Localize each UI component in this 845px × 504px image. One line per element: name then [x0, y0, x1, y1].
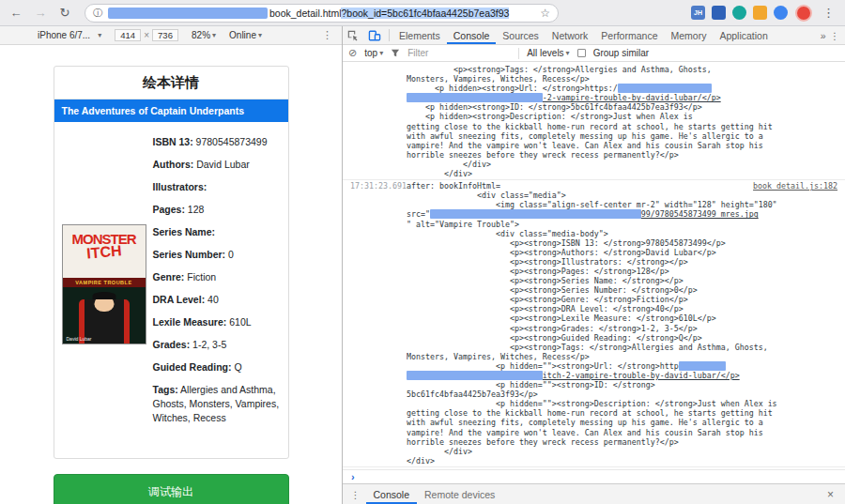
console-line: <p hidden><strong>Url: </strong>https:/: [407, 84, 845, 93]
console-line: <img class="align-self-center mr-2" widt…: [407, 200, 845, 209]
forward-icon[interactable]: →: [32, 6, 49, 20]
console-text: <p hidden><strong>Description: </strong>…: [407, 112, 693, 121]
console-line: vampire! And the vampire won't leave. Ca…: [407, 428, 845, 437]
console-line: <p><strong>Series Name: </strong></p>: [407, 276, 845, 285]
tab-console[interactable]: Console: [447, 26, 497, 44]
group-similar-label: Group similar: [593, 48, 649, 58]
console-text: <p><strong>Guided Reading: </strong>Q</p…: [407, 333, 702, 343]
dimension-separator: ×: [144, 30, 149, 40]
extension-icon[interactable]: [732, 6, 746, 20]
tab-network[interactable]: Network: [545, 26, 595, 44]
tab-elements[interactable]: Elements: [392, 26, 447, 44]
bookmark-star-icon[interactable]: ☆: [540, 7, 550, 20]
inspect-element-icon[interactable]: [343, 30, 363, 41]
console-line: horrible sneezes before they wreck reces…: [407, 150, 845, 160]
log-level-selector[interactable]: All levels ▾: [527, 48, 569, 58]
console-text: with awful sneezing fits, completely mes…: [407, 131, 763, 141]
reload-icon[interactable]: ↻: [56, 6, 73, 20]
console-text: vampire! And the vampire won't leave. Ca…: [407, 428, 763, 437]
extension-icon[interactable]: [712, 6, 726, 20]
console-entry: <p><strong>Tags: </strong>Allergies and …: [343, 64, 845, 180]
console-line: <p hidden=""><strong>Url: </strong>http: [407, 361, 845, 371]
console-text: <p hidden=""><strong>ID: </strong>: [407, 380, 655, 389]
drawer-tab-remote-devices[interactable]: Remote devices: [417, 484, 502, 504]
viewport-height-input[interactable]: [152, 29, 178, 41]
console-line: getting close to the kickball home-run r…: [407, 408, 845, 418]
console-source-link[interactable]: book_detail.js:182: [753, 181, 845, 191]
console-line: itch-2-vampire-trouble-by-david-lubar/</…: [407, 371, 845, 380]
more-tabs-icon[interactable]: »: [821, 30, 826, 41]
console-text: <p><strong>Grades: </strong>1-2, 3-5</p>: [407, 324, 698, 333]
console-link-text: -2-vampire-trouble-by-david-lubar/</p>: [543, 93, 721, 102]
console-text: <p hidden><strong>Url: </strong>https:/: [407, 84, 618, 93]
console-line: <p><strong>Pages: </strong>128</p>: [407, 267, 845, 276]
devtools-menu-icon[interactable]: ⋮: [830, 30, 840, 41]
console-line: with awful sneezing fits, completely mes…: [407, 131, 845, 141]
devtools-drawer: ⋮ ConsoleRemote devices ×: [343, 483, 845, 504]
redacted-text: [679, 361, 726, 371]
profile-avatar[interactable]: [795, 5, 812, 22]
console-line: horrible sneezes before they wreck reces…: [407, 437, 845, 447]
console-text: <p hidden><strong>ID: </strong>5bc61fc4b…: [407, 102, 702, 112]
console-line: with awful sneezing fits, completely mes…: [407, 418, 845, 427]
console-text: horrible sneezes before they wreck reces…: [407, 437, 679, 447]
group-similar-checkbox[interactable]: [577, 49, 586, 57]
device-toolbar-toggle-icon[interactable]: [363, 30, 386, 41]
tab-performance[interactable]: Performance: [594, 26, 664, 44]
console-text: <p><strong>Illustrators: </strong></p>: [407, 257, 688, 267]
extension-icon[interactable]: [774, 6, 788, 20]
browser-menu-icon[interactable]: ⋮: [820, 6, 837, 20]
device-selector[interactable]: iPhone 6/7...: [38, 30, 90, 40]
tab-sources[interactable]: Sources: [496, 26, 545, 44]
extension-icon[interactable]: [753, 6, 767, 20]
chevron-down-icon: ▾: [98, 31, 101, 39]
chevron-down-icon: ▾: [566, 49, 570, 57]
console-timestamp: 17:31:23.691: [343, 181, 407, 466]
console-line: <p><strong>Lexile Measure: </strong>610L…: [407, 313, 845, 323]
device-toolbar-menu-icon[interactable]: ⋮: [322, 29, 332, 41]
console-line: </div>: [407, 447, 845, 456]
console-text: getting close to the kickball home-run r…: [407, 408, 773, 418]
console-line: <p hidden=""><strong>ID: </strong>: [407, 380, 845, 389]
console-text: <p><strong>Lexile Measure: </strong>610L…: [407, 313, 716, 323]
console-message: <p><strong>Tags: </strong>Allergies and …: [407, 65, 845, 178]
drawer-tab-console[interactable]: Console: [366, 484, 418, 504]
tab-memory[interactable]: Memory: [664, 26, 713, 44]
page-info-icon[interactable]: ⓘ: [93, 7, 102, 20]
console-link-text: 99/9780545873499_mres.jpg: [641, 209, 759, 219]
console-text: getting close to the kickball home-run r…: [407, 122, 773, 131]
console-text: vampire! And the vampire won't leave. Ca…: [407, 141, 763, 150]
book-field: Grades: 1-2, 3-5: [153, 338, 281, 352]
zoom-selector[interactable]: 82% ▾: [192, 30, 216, 40]
series-banner: The Adventures of Captain Underpants: [54, 99, 288, 122]
book-field: Authors: David Lubar: [153, 158, 281, 172]
console-text: " alt="Vampire Trouble">: [407, 220, 519, 229]
console-output[interactable]: <p><strong>Tags: </strong>Allergies and …: [343, 62, 845, 469]
drawer-menu-icon[interactable]: ⋮: [350, 489, 361, 500]
extension-icon[interactable]: JH: [691, 6, 705, 20]
viewport-width-input[interactable]: [115, 29, 141, 41]
tab-application[interactable]: Application: [713, 26, 774, 44]
book-field: Pages: 128: [153, 203, 281, 217]
close-drawer-icon[interactable]: ×: [823, 488, 837, 501]
execution-context-selector[interactable]: top ▾: [364, 48, 383, 58]
clear-console-icon[interactable]: ⊘: [348, 47, 357, 59]
console-text: <p><strong>Genre: </strong>Fiction</p>: [407, 295, 688, 304]
book-field: Lexile Measure: 610L: [153, 315, 281, 329]
console-text: </div>: [407, 447, 472, 456]
book-field: ISBN 13: 9780545873499: [153, 135, 281, 149]
debug-output-button[interactable]: 调试输出: [54, 474, 289, 504]
divider: [389, 29, 390, 41]
console-text: <p><strong>Tags: </strong>Allergies and …: [407, 343, 768, 352]
console-text: </div>: [407, 456, 435, 466]
console-line: <p hidden><strong>ID: </strong>5bc61fc4b…: [407, 102, 845, 112]
url-bar[interactable]: ⓘ book_detail.html ?book_id=5bc61fc4bfaa…: [84, 4, 559, 23]
console-text: <p><strong>Pages: </strong>128</p>: [407, 267, 669, 276]
console-line: <div class="media">: [407, 191, 845, 200]
console-prompt[interactable]: ›: [343, 469, 845, 483]
network-throttling-selector[interactable]: Online ▾: [229, 30, 262, 40]
console-text: <p hidden=""><strong>Description: </stro…: [407, 399, 777, 408]
console-line: <p hidden><strong>Description: </strong>…: [407, 112, 845, 121]
console-filter-input[interactable]: [407, 47, 511, 59]
back-icon[interactable]: ←: [8, 6, 24, 20]
